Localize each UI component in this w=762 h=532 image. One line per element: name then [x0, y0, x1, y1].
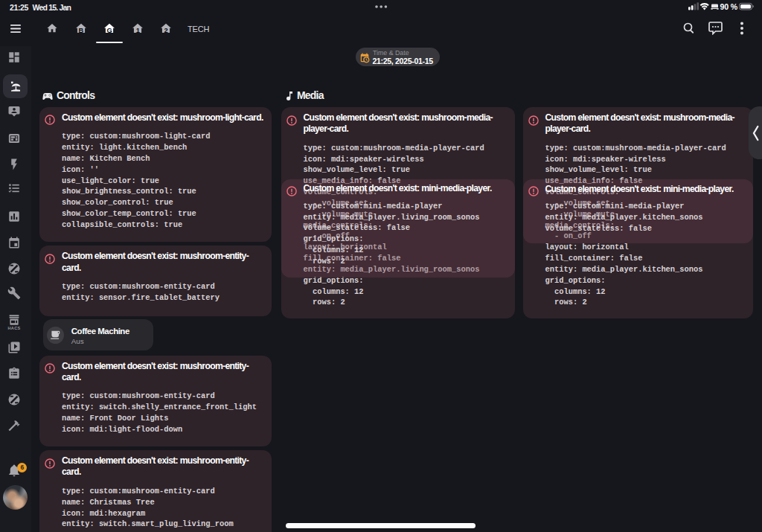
svg-text:90 %: 90 % [720, 2, 738, 10]
